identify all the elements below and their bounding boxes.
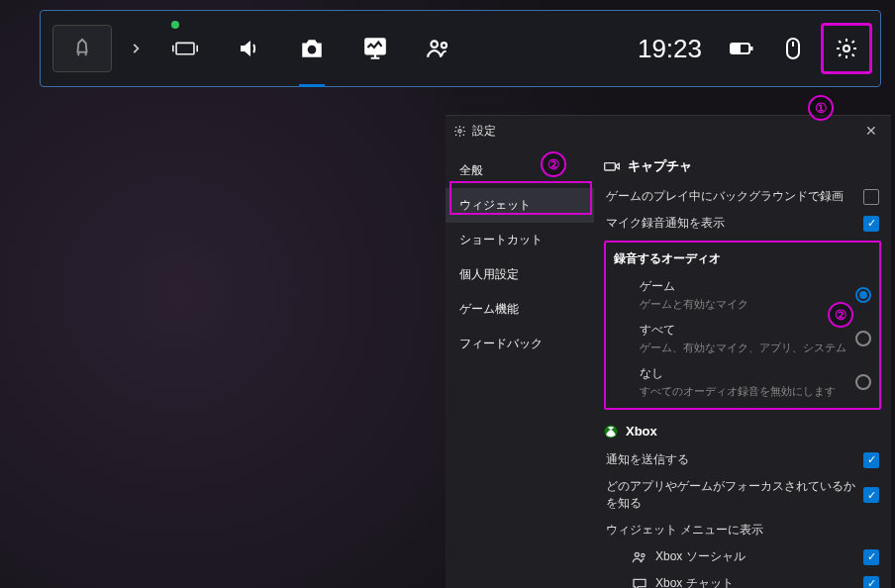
row-audio-none[interactable]: なし すべてのオーディオ録音を無効にします xyxy=(612,360,873,404)
svg-rect-10 xyxy=(605,163,616,170)
svg-point-12 xyxy=(635,552,639,556)
section-xbox: Xbox xyxy=(604,424,881,439)
svg-point-4 xyxy=(442,43,447,48)
annotation-2b: ② xyxy=(828,302,853,328)
chevron-right-icon xyxy=(129,42,143,55)
widgets-button[interactable] xyxy=(153,11,217,86)
svg-point-9 xyxy=(458,129,461,132)
annotation-2a: ② xyxy=(541,151,566,177)
chat-icon xyxy=(632,577,647,589)
gear-icon xyxy=(835,37,858,60)
camera-icon xyxy=(299,38,325,59)
settings-panel: 設定 ✕ 全般 ウィジェット ショートカット 個人用設定 ゲーム機能 フィードバ… xyxy=(446,115,891,588)
nav-game-features[interactable]: ゲーム機能 xyxy=(446,292,594,327)
performance-icon xyxy=(362,37,388,60)
svg-rect-0 xyxy=(176,43,194,53)
close-button[interactable]: ✕ xyxy=(859,121,883,141)
mouse-button[interactable] xyxy=(767,11,819,86)
nav-widgets[interactable]: ウィジェット xyxy=(446,188,594,223)
row-widget-menu-header: ウィジェット メニューに表示 xyxy=(604,517,881,543)
row-xbox-focus[interactable]: どのアプリやゲームがフォーカスされているかを知る xyxy=(604,473,881,517)
settings-title: 設定 xyxy=(472,123,496,140)
rocket-icon xyxy=(71,38,93,59)
checkbox-bg-record[interactable] xyxy=(863,189,879,205)
audio-button[interactable] xyxy=(217,11,280,86)
checkbox-mic-notif[interactable] xyxy=(863,216,879,232)
capture-button[interactable] xyxy=(280,11,344,86)
widgets-icon xyxy=(172,38,198,59)
capture-icon xyxy=(604,160,620,172)
battery-icon xyxy=(730,40,753,57)
status-dot xyxy=(171,21,179,29)
radio-audio-all[interactable] xyxy=(855,331,871,346)
audio-section-title: 録音するオーディオ xyxy=(612,246,873,273)
checkbox-xbox-focus[interactable] xyxy=(863,487,879,503)
checkbox-xbox-notif[interactable] xyxy=(863,452,879,468)
settings-content: キャプチャ ゲームのプレイ中にバックグラウンドで録画 マイク録音通知を表示 録音… xyxy=(594,146,891,588)
settings-nav: 全般 ウィジェット ショートカット 個人用設定 ゲーム機能 フィードバック ② xyxy=(446,146,594,588)
svg-rect-6 xyxy=(733,46,740,51)
row-mic-notif[interactable]: マイク録音通知を表示 xyxy=(604,210,881,237)
nav-feedback[interactable]: フィードバック xyxy=(446,327,594,361)
audio-group-highlight: 録音するオーディオ ゲーム ゲームと有効なマイク すべて ゲーム、有効なマイク、… xyxy=(604,241,881,410)
row-xbox-social[interactable]: Xbox ソーシャル xyxy=(604,543,881,570)
settings-highlight xyxy=(821,23,872,74)
checkbox-xbox-social[interactable] xyxy=(863,549,879,565)
svg-point-8 xyxy=(844,46,849,51)
social-icon xyxy=(426,38,451,59)
svg-point-3 xyxy=(431,41,438,48)
clock: 19:23 xyxy=(624,34,716,64)
annotation-1: ① xyxy=(808,95,834,121)
row-xbox-notif[interactable]: 通知を送信する xyxy=(604,446,881,473)
svg-point-1 xyxy=(308,46,317,54)
xbox-icon xyxy=(604,425,618,439)
nav-personal[interactable]: 個人用設定 xyxy=(446,257,594,292)
chevron-right-button[interactable] xyxy=(118,11,153,86)
svg-point-13 xyxy=(642,553,645,556)
performance-button[interactable] xyxy=(344,11,407,86)
gamebar: 19:23 xyxy=(40,10,881,87)
gear-icon xyxy=(453,125,466,138)
social-button[interactable] xyxy=(407,11,470,86)
row-bg-record[interactable]: ゲームのプレイ中にバックグラウンドで録画 xyxy=(604,183,881,210)
mouse-icon xyxy=(784,37,802,60)
radio-audio-none[interactable] xyxy=(855,374,871,390)
radio-audio-game[interactable] xyxy=(855,287,871,303)
nav-general[interactable]: 全般 xyxy=(446,153,594,188)
row-xbox-chat[interactable]: Xbox チャット xyxy=(604,570,881,588)
section-capture: キャプチャ xyxy=(604,157,881,175)
pin-widget-button[interactable] xyxy=(52,25,112,72)
social-icon xyxy=(632,550,647,564)
settings-button[interactable] xyxy=(819,11,874,86)
speaker-icon xyxy=(237,37,260,60)
checkbox-xbox-chat[interactable] xyxy=(863,576,879,589)
nav-shortcuts[interactable]: ショートカット xyxy=(446,223,594,257)
battery-button[interactable] xyxy=(716,11,767,86)
